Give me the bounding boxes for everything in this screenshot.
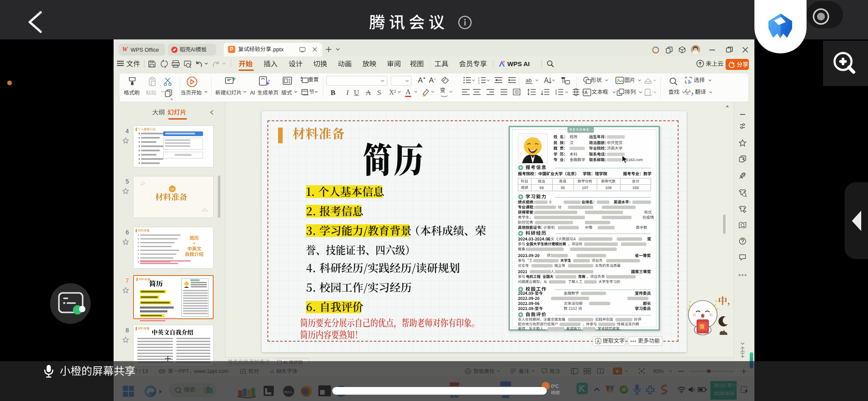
svg-text:A: A — [597, 339, 600, 344]
svg-text:A: A — [584, 90, 588, 95]
svg-text:ab: ab — [526, 77, 531, 84]
svg-text:02: 02 — [170, 187, 174, 191]
